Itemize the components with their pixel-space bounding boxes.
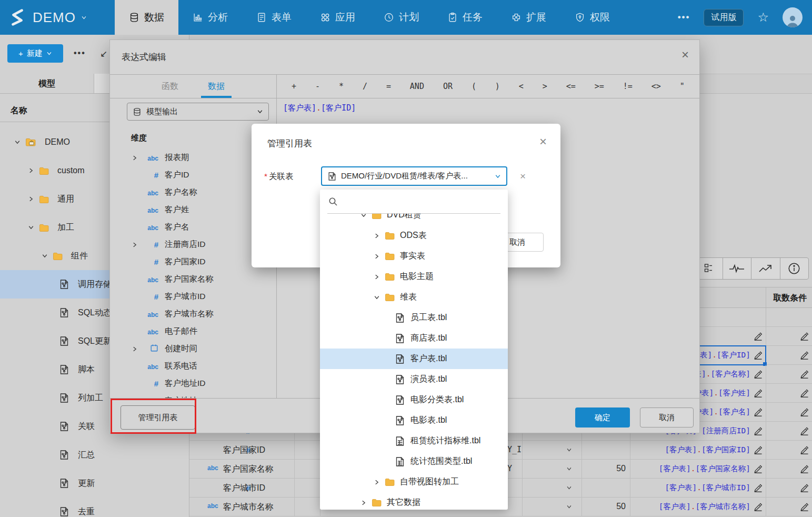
pulse-button[interactable]	[723, 258, 752, 279]
edit-pencil-icon[interactable]	[800, 389, 809, 397]
new-button[interactable]: + 新建	[7, 44, 63, 63]
chevron-right[interactable]	[130, 155, 139, 161]
edit-pencil-icon[interactable]	[754, 464, 763, 473]
operator-button[interactable]: =	[386, 82, 391, 91]
operator-button[interactable]: *	[339, 82, 344, 91]
dropdown-item[interactable]: 员工表.tbl	[320, 307, 508, 328]
manage-reference-button[interactable]: 管理引用表	[121, 405, 195, 430]
dropdown-item[interactable]: 自带视图转加工	[320, 472, 508, 492]
cancel-button[interactable]: 取消	[640, 407, 694, 427]
edit-pencil-icon[interactable]	[754, 426, 763, 435]
dropdown-item[interactable]: 电影表.tbl	[320, 410, 508, 431]
dimension-item[interactable]: abc联系电话	[110, 357, 276, 375]
edit-pencil-icon[interactable]	[800, 426, 809, 435]
nav-tab-1[interactable]: 数据	[115, 0, 178, 35]
dimension-item[interactable]: 创建时间	[110, 340, 276, 357]
tab-data[interactable]: 数据	[206, 75, 227, 98]
dropdown-item[interactable]: 维表	[320, 287, 508, 307]
operator-button[interactable]: +	[292, 82, 296, 91]
dimension-item[interactable]: abc电子邮件	[110, 323, 276, 340]
source-select[interactable]: 模型输出	[127, 103, 269, 121]
nav-tab-2[interactable]: 分析	[178, 0, 242, 35]
edit-pencil-icon[interactable]	[800, 483, 809, 492]
edit-pencil-icon[interactable]	[754, 351, 763, 360]
component-item[interactable]: 更新	[0, 469, 189, 498]
chevron-down-icon[interactable]	[566, 504, 572, 510]
sidebar-more-button[interactable]: •••	[74, 48, 86, 58]
dropdown-item[interactable]: 商店表.tbl	[320, 328, 508, 349]
nav-tab-3[interactable]: 表单	[242, 0, 306, 35]
operator-button[interactable]: <=	[566, 82, 576, 91]
star-icon[interactable]: ☆	[757, 10, 769, 25]
edit-pencil-icon[interactable]	[754, 407, 763, 416]
edit-pencil-icon[interactable]	[800, 351, 809, 360]
table-icon	[395, 313, 405, 323]
operator-button[interactable]: >	[543, 82, 547, 91]
nav-tab-6[interactable]: 任务	[433, 0, 497, 35]
operator-button[interactable]: -	[315, 82, 320, 91]
chevron-right[interactable]	[130, 242, 139, 248]
close-icon[interactable]: ×	[539, 134, 547, 149]
clear-icon[interactable]: ×	[520, 171, 526, 182]
ok-button[interactable]: 确定	[575, 407, 630, 427]
edit-pencil-icon[interactable]	[754, 445, 763, 454]
nav-tab-5[interactable]: 计划	[369, 0, 433, 35]
dropdown-item[interactable]: 电影分类表.tbl	[320, 390, 508, 410]
dimension-item[interactable]: abc客户国家名称	[110, 271, 276, 288]
close-icon[interactable]: ×	[681, 47, 689, 62]
dropdown-item[interactable]: ODS表	[320, 225, 508, 246]
edit-pencil-icon[interactable]	[754, 332, 763, 341]
operator-button[interactable]: !=	[623, 82, 633, 91]
chevron-right[interactable]	[130, 346, 139, 352]
operator-button[interactable]: (	[472, 82, 476, 91]
dropdown-item[interactable]: 演员表.tbl	[320, 369, 508, 390]
info-button[interactable]	[780, 258, 809, 279]
edit-pencil-icon[interactable]	[754, 483, 763, 492]
operator-button[interactable]: <	[519, 82, 524, 91]
chevron-down-icon[interactable]	[566, 485, 572, 491]
operator-button[interactable]: <>	[651, 82, 661, 91]
edit-pencil-icon[interactable]	[754, 389, 763, 397]
dropdown-item[interactable]: 事实表	[320, 246, 508, 266]
brand[interactable]: DEMO	[0, 7, 115, 27]
edit-pencil-icon[interactable]	[800, 332, 809, 341]
dropdown-item[interactable]: 统计范围类型.tbl	[320, 451, 508, 472]
nav-more-button[interactable]: •••	[678, 12, 690, 23]
nav-tab-7[interactable]: 扩展	[497, 0, 560, 35]
dropdown-item[interactable]: 租赁统计指标维.tbl	[320, 431, 508, 451]
dimension-item[interactable]: abc客户城市名称	[110, 305, 276, 323]
dropdown-item[interactable]: 客户表.tbl	[320, 349, 508, 369]
dropdown-item[interactable]: 其它数据	[320, 492, 508, 510]
chevron-down-icon[interactable]	[566, 466, 572, 472]
edit-pencil-icon[interactable]	[800, 445, 809, 454]
operator-button[interactable]: "	[680, 82, 685, 91]
edit-pencil-icon[interactable]	[800, 464, 809, 473]
tab-model[interactable]: 模型	[0, 74, 94, 93]
trend-button[interactable]	[751, 258, 780, 279]
operator-button[interactable]: AND	[410, 82, 424, 91]
dropdown-item[interactable]: DVD租赁	[320, 214, 508, 225]
chevron-down-icon[interactable]	[566, 447, 572, 453]
collapse-arrow-icon[interactable]: ↙	[100, 48, 107, 59]
operator-button[interactable]: )	[495, 82, 500, 91]
edit-pencil-icon[interactable]	[800, 370, 809, 379]
component-item[interactable]: 汇总	[0, 441, 189, 469]
reference-table-select[interactable]: DEMO/行业/DVD租赁/维表/客户表...	[321, 166, 507, 186]
dropdown-search[interactable]	[320, 190, 508, 214]
edit-pencil-icon[interactable]	[800, 407, 809, 416]
tab-functions[interactable]: 函数	[159, 75, 181, 98]
component-item[interactable]: 去重	[0, 498, 189, 517]
dimension-item[interactable]: #客户地址ID	[110, 375, 276, 392]
edit-pencil-icon[interactable]	[800, 502, 809, 511]
edit-pencil-icon[interactable]	[754, 370, 763, 379]
dropdown-item[interactable]: 电影主题	[320, 266, 508, 287]
operator-button[interactable]: OR	[443, 82, 453, 91]
operator-button[interactable]: /	[363, 82, 367, 91]
dimension-item[interactable]: #客户城市ID	[110, 288, 276, 305]
nav-tab-8[interactable]: 权限	[560, 0, 624, 35]
edit-pencil-icon[interactable]	[754, 502, 763, 511]
nav-tab-4[interactable]: 应用	[306, 0, 369, 35]
avatar[interactable]	[783, 7, 803, 27]
operator-button[interactable]: >=	[595, 82, 604, 91]
dimension-item[interactable]: abc客户地址	[110, 392, 276, 398]
